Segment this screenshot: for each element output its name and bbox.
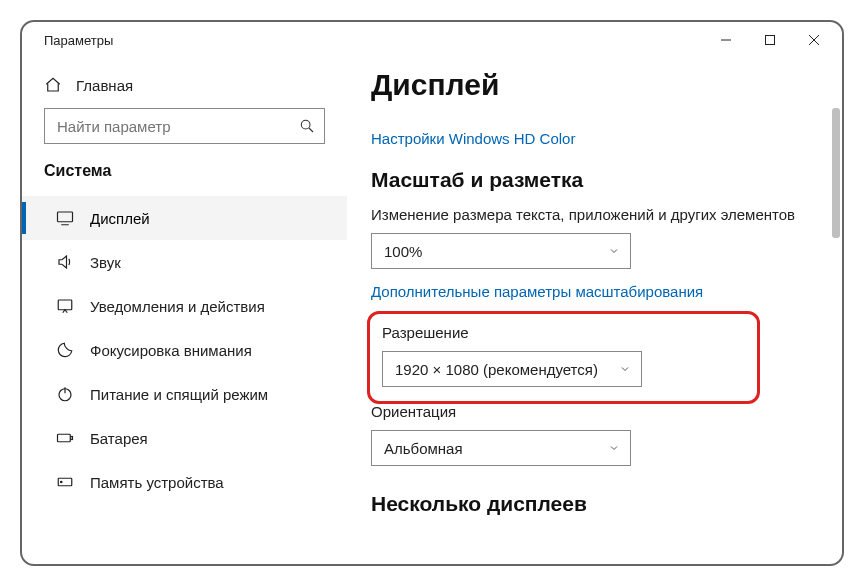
sidebar-section-label: Система <box>22 162 347 192</box>
notifications-icon <box>56 297 74 315</box>
window-title: Параметры <box>44 33 704 48</box>
advanced-scale-link[interactable]: Дополнительные параметры масштабирования <box>371 283 703 300</box>
scale-dropdown[interactable]: 100% <box>371 233 631 269</box>
chevron-down-icon <box>619 363 631 375</box>
sidebar-item-label: Звук <box>90 254 121 271</box>
svg-point-4 <box>301 120 310 129</box>
home-label: Главная <box>76 77 133 94</box>
chevron-down-icon <box>608 245 620 257</box>
page-title: Дисплей <box>371 68 818 102</box>
resolution-dropdown[interactable]: 1920 × 1080 (рекомендуется) <box>382 351 642 387</box>
svg-rect-1 <box>766 36 775 45</box>
svg-rect-12 <box>71 437 73 440</box>
titlebar: Параметры <box>22 22 842 58</box>
sidebar-item-label: Дисплей <box>90 210 150 227</box>
home-icon <box>44 76 62 94</box>
hd-color-link[interactable]: Настройки Windows HD Color <box>371 130 575 147</box>
display-icon <box>56 209 74 227</box>
sidebar-item-label: Фокусировка внимания <box>90 342 252 359</box>
sidebar-item-power[interactable]: Питание и спящий режим <box>22 372 347 416</box>
orientation-value: Альбомная <box>384 440 463 457</box>
storage-icon <box>56 473 74 491</box>
battery-icon <box>56 429 74 447</box>
search-input[interactable] <box>44 108 325 144</box>
sidebar-item-battery[interactable]: Батарея <box>22 416 347 460</box>
maximize-button[interactable] <box>748 26 792 54</box>
svg-line-5 <box>309 128 313 132</box>
sidebar-item-focus[interactable]: Фокусировка внимания <box>22 328 347 372</box>
power-icon <box>56 385 74 403</box>
scrollbar[interactable] <box>828 58 842 564</box>
svg-rect-11 <box>58 434 71 442</box>
focus-icon <box>56 341 74 359</box>
sidebar-item-notifications[interactable]: Уведомления и действия <box>22 284 347 328</box>
sidebar-item-label: Уведомления и действия <box>90 298 265 315</box>
scrollbar-thumb[interactable] <box>832 108 840 238</box>
orientation-dropdown[interactable]: Альбомная <box>371 430 631 466</box>
search-icon <box>299 118 315 134</box>
sound-icon <box>56 253 74 271</box>
resolution-label: Разрешение <box>382 324 745 341</box>
scale-value: 100% <box>384 243 422 260</box>
scale-label: Изменение размера текста, приложений и д… <box>371 206 818 223</box>
sidebar-item-display[interactable]: Дисплей <box>22 196 347 240</box>
sidebar-item-label: Батарея <box>90 430 148 447</box>
main-panel: Дисплей Настройки Windows HD Color Масшт… <box>347 58 842 564</box>
sidebar: Главная Система Дисплей <box>22 58 347 564</box>
sidebar-item-label: Питание и спящий режим <box>90 386 268 403</box>
svg-rect-8 <box>58 300 72 310</box>
svg-rect-6 <box>58 212 73 222</box>
sidebar-item-storage[interactable]: Память устройства <box>22 460 347 504</box>
sidebar-item-label: Память устройства <box>90 474 224 491</box>
scale-heading: Масштаб и разметка <box>371 168 818 192</box>
orientation-label: Ориентация <box>371 403 818 420</box>
minimize-button[interactable] <box>704 26 748 54</box>
svg-point-14 <box>61 481 63 483</box>
resolution-value: 1920 × 1080 (рекомендуется) <box>395 361 598 378</box>
multi-display-heading: Несколько дисплеев <box>371 492 818 516</box>
highlight-box: Разрешение 1920 × 1080 (рекомендуется) <box>367 311 760 404</box>
chevron-down-icon <box>608 442 620 454</box>
close-button[interactable] <box>792 26 836 54</box>
home-link[interactable]: Главная <box>22 68 347 108</box>
sidebar-item-sound[interactable]: Звук <box>22 240 347 284</box>
